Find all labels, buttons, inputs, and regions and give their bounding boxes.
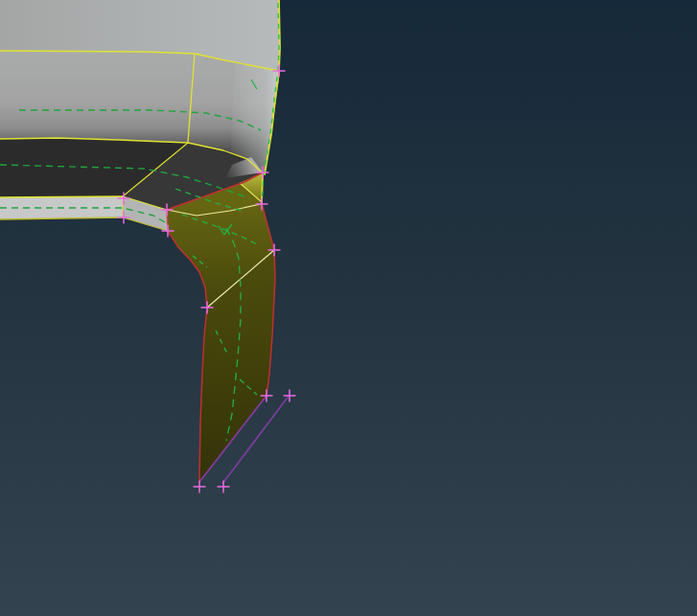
scene-svg [0,0,697,616]
cad-3d-viewport[interactable] [0,0,697,616]
